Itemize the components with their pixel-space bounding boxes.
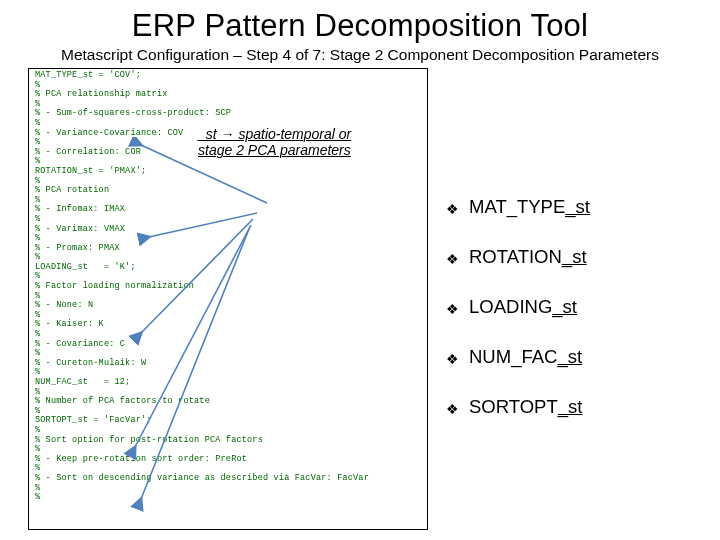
bullet-text: ROTATION_st	[469, 246, 587, 268]
list-item: ❖ NUM_FAC_st	[446, 346, 686, 368]
parameter-bullet-list: ❖ MAT_TYPE_st ❖ ROTATION_st ❖ LOADING_st…	[446, 196, 686, 446]
page-title: ERP Pattern Decomposition Tool	[0, 0, 720, 44]
bullet-text: SORTOPT_st	[469, 396, 582, 418]
annotation-callout: _st → spatio-temporal or stage 2 PCA par…	[198, 126, 378, 158]
bullet-text: LOADING_st	[469, 296, 577, 318]
diamond-bullet-icon: ❖	[446, 352, 459, 366]
bullet-text: NUM_FAC_st	[469, 346, 582, 368]
diamond-bullet-icon: ❖	[446, 302, 459, 316]
list-item: ❖ MAT_TYPE_st	[446, 196, 686, 218]
list-item: ❖ LOADING_st	[446, 296, 686, 318]
diamond-bullet-icon: ❖	[446, 202, 459, 216]
list-item: ❖ SORTOPT_st	[446, 396, 686, 418]
diamond-bullet-icon: ❖	[446, 252, 459, 266]
bullet-text: MAT_TYPE_st	[469, 196, 590, 218]
diamond-bullet-icon: ❖	[446, 402, 459, 416]
page-subtitle: Metascript Configuration – Step 4 of 7: …	[0, 44, 720, 64]
list-item: ❖ ROTATION_st	[446, 246, 686, 268]
slide: ERP Pattern Decomposition Tool Metascrip…	[0, 0, 720, 540]
